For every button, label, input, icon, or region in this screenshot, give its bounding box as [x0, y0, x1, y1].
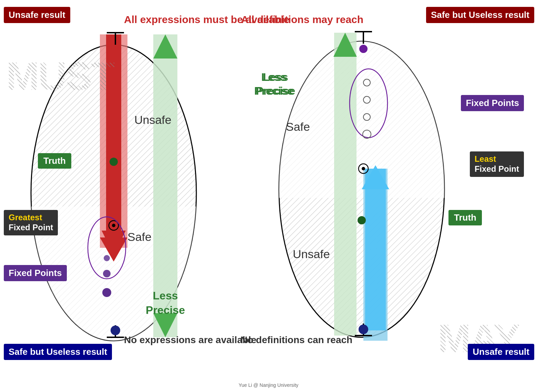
svg-text:Safe: Safe: [127, 230, 152, 243]
safe-useless-badge-left: Safe but Useless result: [4, 344, 112, 360]
footer-credit: Yue Li @ Nanjing University: [239, 382, 299, 388]
must-watermark: MUST: [6, 53, 114, 99]
svg-text:Safe: Safe: [286, 120, 310, 133]
fixed-points-badge-left: Fixed Points: [4, 265, 67, 281]
svg-text:Precise: Precise: [256, 85, 295, 97]
svg-point-43: [358, 216, 366, 224]
unsafe-result-badge-right: Unsafe result: [468, 344, 534, 360]
svg-point-39: [359, 45, 368, 53]
svg-point-19: [111, 326, 120, 335]
unsafe-result-badge-left: Unsafe result: [4, 7, 70, 23]
svg-text:Precise: Precise: [146, 304, 185, 316]
svg-point-20: [110, 158, 118, 166]
svg-text:Unsafe: Unsafe: [134, 113, 172, 126]
svg-point-25: [103, 270, 111, 277]
fixed-points-badge-right: Fixed Points: [461, 95, 524, 111]
svg-rect-35: [334, 33, 357, 336]
svg-point-22: [112, 224, 115, 227]
svg-rect-34: [365, 169, 386, 330]
svg-point-16: [111, 46, 120, 54]
svg-point-42: [359, 325, 368, 334]
no-definitions-label: No definitions can reach: [240, 334, 352, 346]
all-definitions-label: All definitions may reach: [241, 13, 363, 26]
svg-point-26: [102, 288, 111, 297]
least-fixed-point-badge: Least Fixed Point: [470, 151, 524, 177]
svg-text:Less: Less: [153, 289, 178, 302]
svg-point-24: [104, 255, 110, 261]
main-container: Unsafe Safe: [0, 0, 537, 392]
truth-badge-left: Truth: [38, 153, 71, 169]
svg-text:Less: Less: [263, 71, 288, 83]
truth-badge-right: Truth: [448, 210, 482, 225]
no-expressions-label: No expressions are available: [124, 334, 256, 346]
svg-text:Unsafe: Unsafe: [293, 247, 330, 261]
svg-point-45: [362, 167, 365, 170]
greatest-fixed-point-badge: Greatest Fixed Point: [4, 210, 58, 235]
safe-useless-badge-right: Safe but Useless result: [426, 7, 534, 23]
